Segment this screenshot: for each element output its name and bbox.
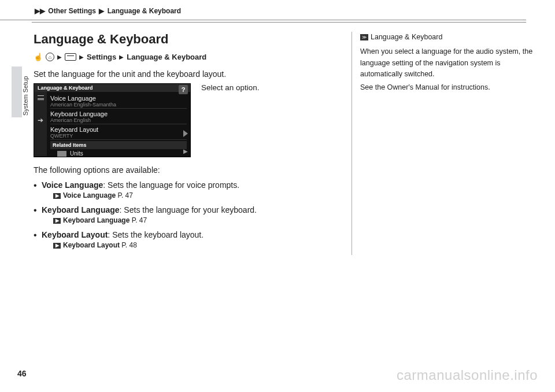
option-keyboard-layout: Keyboard Layout: Sets the keyboard layou… xyxy=(34,230,340,249)
ss-item: Voice Language American English-Samantha xyxy=(50,93,187,109)
arrow-icon: ▶ xyxy=(119,54,124,60)
ruler-icon xyxy=(57,151,66,157)
nav-path: ☝ ⌂ ▶ ▶ Settings ▶ Language & Keyboard xyxy=(34,53,340,61)
main-column: Language & Keyboard ☝ ⌂ ▶ ▶ Settings ▶ L… xyxy=(34,32,340,255)
note-icon: ≫ xyxy=(360,34,368,40)
section-tab xyxy=(12,66,22,117)
options-intro: The following options are available: xyxy=(34,165,340,175)
selector-arrow-icon xyxy=(183,130,188,137)
nav-settings: Settings xyxy=(87,53,116,61)
down-arrow-icon: ➔ xyxy=(38,116,43,124)
side-note-header: ≫ Language & Keyboard xyxy=(360,32,536,43)
device-screenshot: Language & Keyboard ? ➔ Voice Language A… xyxy=(34,83,191,157)
link-icon: ▶ xyxy=(53,193,61,199)
arrow-icon: ▶▶ xyxy=(35,7,45,15)
ss-units: Units xyxy=(50,149,187,158)
arrow-icon: ▶ xyxy=(79,54,84,60)
crossref: ▶Keyboard Layout P. 48 xyxy=(42,241,340,249)
page-number: 46 xyxy=(17,369,27,378)
watermark: carmanualsonline.info xyxy=(397,367,538,383)
page-title: Language & Keyboard xyxy=(34,32,340,47)
crossref: ▶Voice Language P. 47 xyxy=(42,191,340,199)
right-arrow-icon: ▶ xyxy=(183,148,188,154)
hand-icon: ☝ xyxy=(34,53,43,61)
link-icon: ▶ xyxy=(53,243,61,249)
arrow-icon: ▶ xyxy=(99,7,104,15)
menu-icon xyxy=(65,53,76,61)
ss-related-header: Related Items xyxy=(50,141,187,149)
side-note-column: ≫ Language & Keyboard When you select a … xyxy=(352,32,536,255)
side-note-paragraph: When you select a language for the audio… xyxy=(360,46,536,80)
arrow-icon: ▶ xyxy=(57,54,62,60)
breadcrumb-item: Language & Keyboard xyxy=(108,7,181,15)
option-keyboard-language: Keyboard Language: Sets the language for… xyxy=(34,205,340,224)
menu-icon xyxy=(38,95,44,100)
side-note-paragraph: See the Owner's Manual for instructions. xyxy=(360,82,536,93)
ss-item: Keyboard Layout QWERTY xyxy=(50,124,187,140)
breadcrumb: ▶▶ Other Settings ▶ Language & Keyboard xyxy=(0,0,526,20)
intro-text: Set the language for the unit and the ke… xyxy=(34,69,340,79)
help-icon: ? xyxy=(179,85,188,94)
ss-item: Keyboard Language American English xyxy=(50,109,187,124)
option-voice: Voice Language: Sets the language for vo… xyxy=(34,180,340,199)
instruction: Select an option. xyxy=(201,83,260,157)
nav-page: Language & Keyboard xyxy=(127,53,206,61)
home-icon: ⌂ xyxy=(46,53,54,61)
link-icon: ▶ xyxy=(53,218,61,224)
section-tab-label: System Setup xyxy=(22,76,29,116)
crossref: ▶Keyboard Language P. 47 xyxy=(42,216,340,224)
breadcrumb-item: Other Settings xyxy=(48,7,96,15)
ss-header-label: Language & Keyboard xyxy=(38,85,93,91)
